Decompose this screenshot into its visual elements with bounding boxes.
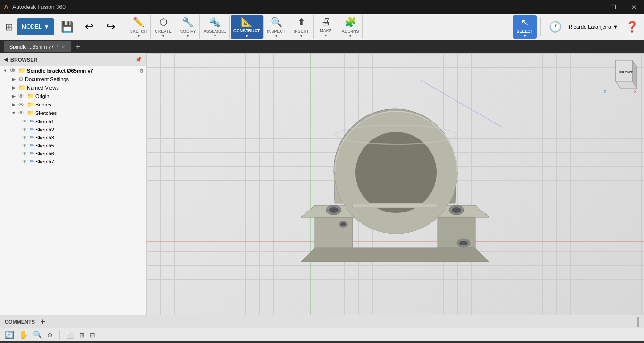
titlebar: A Autodesk Fusion 360 — ❐ ✕ (0, 0, 644, 14)
pan-tool[interactable]: ✋ (19, 330, 28, 339)
maximize-button[interactable]: ❐ (607, 2, 620, 13)
model-dropdown[interactable]: MODEL ▼ (17, 18, 54, 35)
construct-group[interactable]: 📐 CONSTRUCT ▶ (231, 15, 264, 39)
browser-header-left: ◀ BROWSER (4, 57, 37, 63)
undo-button[interactable]: ↩ (79, 19, 99, 34)
named-views-arrow[interactable]: ▶ (10, 85, 17, 90)
viewcube-svg: Z X FRONT (602, 58, 639, 96)
tree-item-sketches[interactable]: ▼ 👁 📁 Sketches (0, 109, 146, 117)
tree-item-origin[interactable]: ▶ 👁 📁 Origin (0, 92, 146, 100)
redo-button[interactable]: ↪ (100, 19, 121, 34)
toolbar: ⊞ MODEL ▼ 💾 ↩ ↪ ✏️ SKETCH ▼ ⬡ CREATE ▼ 🔧… (0, 14, 644, 40)
comments-add-button[interactable]: + (41, 318, 45, 326)
assemble-arrow: ▼ (213, 34, 216, 38)
display-mode-tool[interactable]: ⬜ (66, 331, 74, 339)
inspect-icon: 🔍 (271, 16, 282, 28)
insert-group[interactable]: ⬆ INSERT ▼ (290, 15, 314, 39)
user-arrow: ▼ (613, 24, 618, 30)
help-icon: ❓ (626, 21, 638, 33)
close-button[interactable]: ✕ (627, 2, 640, 13)
tab-close-button[interactable]: ✕ (61, 44, 65, 49)
3d-model (146, 53, 644, 315)
main-area: ◀ BROWSER 📌 ▼ 👁 📁 Spindle bracket Ø65mm … (0, 53, 644, 315)
assemble-group[interactable]: 🔩 ASSEMBLE ▼ (201, 15, 230, 39)
tree-item-named-views[interactable]: ▶ 📁 Named Views (0, 83, 146, 92)
user-button[interactable]: Ricardo Laranjeira ▼ (566, 23, 620, 31)
sketch-arrow: ▼ (137, 34, 140, 38)
sketch1-label: Sketch1 (35, 119, 144, 124)
bodies-label: Bodies (35, 102, 144, 107)
orbit-tool[interactable]: 🔄 (5, 330, 14, 339)
window-controls[interactable]: — ❐ ✕ (586, 2, 640, 13)
create-arrow: ▼ (162, 34, 165, 38)
tree-item-sketch2[interactable]: 👁 ✏ Sketch2 (0, 125, 146, 133)
svg-text:Z: Z (604, 90, 607, 94)
tree-item-sketch1[interactable]: 👁 ✏ Sketch1 (0, 117, 146, 125)
modify-group[interactable]: 🔧 MODIFY ▼ (176, 15, 200, 39)
minimize-button[interactable]: — (586, 2, 599, 13)
comments-resize-handle[interactable] (637, 317, 639, 327)
doc-settings-arrow[interactable]: ▶ (10, 77, 17, 82)
model-label: MODEL (22, 24, 42, 30)
document-tab[interactable]: Spindle ...65mm v7 * ✕ (4, 41, 71, 52)
bodies-arrow[interactable]: ▶ (10, 102, 17, 107)
sketch6-label: Sketch6 (35, 151, 144, 156)
zoom-ext-tool[interactable]: ⊕ (47, 331, 53, 339)
sketch1-icon: ✏ (30, 118, 34, 124)
addins-group[interactable]: 🧩 ADD-INS ▼ (339, 15, 363, 39)
tree-item-sketch6[interactable]: 👁 ✏ Sketch6 (0, 149, 146, 157)
sketch-label: SKETCH (130, 29, 148, 33)
tab-bar: Spindle ...65mm v7 * ✕ + (0, 40, 644, 53)
insert-icon: ⬆ (297, 16, 305, 28)
viewcube[interactable]: Z X FRONT (602, 58, 639, 96)
browser-collapse-icon[interactable]: ◀ (4, 57, 8, 63)
grid-tool[interactable]: ⊞ (79, 331, 85, 339)
inspect-arrow: ▼ (275, 34, 278, 38)
modify-arrow: ▼ (186, 34, 190, 38)
sketch5-eye-icon: 👁 (22, 143, 27, 148)
root-arrow[interactable]: ▼ (2, 68, 8, 73)
select-icon: ↖ (521, 16, 529, 28)
tree-root[interactable]: ▼ 👁 📁 Spindle bracket Ø65mm v7 ⚙ (0, 66, 146, 75)
insert-arrow: ▼ (300, 34, 303, 38)
zoom-tool[interactable]: 🔍 (33, 330, 42, 339)
title-left: A Autodesk Fusion 360 (4, 3, 66, 11)
tree-item-sketch3[interactable]: 👁 ✏ Sketch3 (0, 133, 146, 141)
addins-label: ADD-INS (342, 29, 359, 33)
status-bar: 🔄 ✋ 🔍 ⊕ ⬜ ⊞ ⊟ (0, 328, 644, 341)
save-button[interactable]: 💾 (57, 19, 78, 34)
tree-item-doc-settings[interactable]: ▶ ⚙ Document Settings (0, 75, 146, 83)
sketches-arrow[interactable]: ▼ (10, 111, 17, 115)
tree-item-bodies[interactable]: ▶ 👁 📁 Bodies (0, 100, 146, 109)
history-button[interactable]: 🕐 (545, 19, 565, 34)
inspect-group[interactable]: 🔍 INSPECT ▼ (264, 15, 289, 39)
doc-settings-gear-icon: ⚙ (18, 76, 24, 82)
sketch7-eye-icon: 👁 (22, 159, 27, 164)
origin-arrow[interactable]: ▶ (10, 94, 17, 98)
browser-pin-icon[interactable]: 📌 (135, 57, 142, 63)
assemble-label: ASSEMBLE (204, 29, 227, 33)
undo-icon: ↩ (85, 21, 93, 33)
modify-icon: 🔧 (182, 16, 194, 28)
tree-item-sketch7[interactable]: 👁 ✏ Sketch7 (0, 157, 146, 165)
comments-label: COMMENTS (5, 319, 35, 325)
new-tab-button[interactable]: + (73, 42, 83, 51)
root-settings-icon[interactable]: ⚙ (139, 68, 144, 74)
menu-button[interactable]: ⊞ (2, 15, 16, 39)
select-group[interactable]: ↖ SELECT ▼ (513, 15, 537, 39)
help-button[interactable]: ❓ (621, 19, 642, 34)
make-group[interactable]: 🖨 MAKE ▼ (314, 15, 338, 39)
browser-tree: ▼ 👁 📁 Spindle bracket Ø65mm v7 ⚙ ▶ ⚙ Doc… (0, 66, 146, 315)
tree-item-sketch5[interactable]: 👁 ✏ Sketch5 (0, 141, 146, 149)
make-arrow: ▼ (324, 34, 328, 37)
comments-bar: COMMENTS + (0, 315, 644, 328)
view-tools[interactable]: ⊟ (90, 331, 95, 339)
sketch-group[interactable]: ✏️ SKETCH ▼ (127, 15, 151, 39)
history-icon: 🕐 (549, 21, 561, 33)
app-title: Autodesk Fusion 360 (12, 4, 66, 10)
create-group[interactable]: ⬡ CREATE ▼ (152, 15, 175, 39)
make-label: MAKE (320, 28, 332, 33)
tab-name: Spindle ...65mm v7 (9, 44, 54, 49)
inspect-label: INSPECT (267, 29, 286, 33)
3d-viewport[interactable]: Z X FRONT (146, 53, 644, 315)
